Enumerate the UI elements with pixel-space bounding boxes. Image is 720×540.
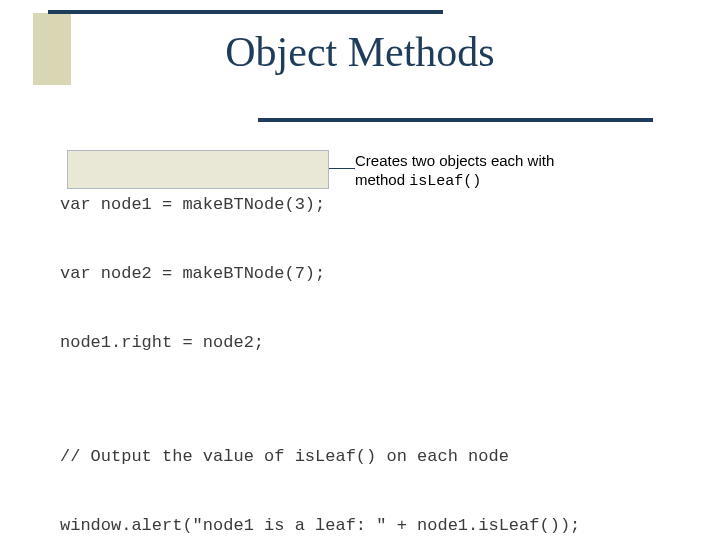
code-block: var node1 = makeBTNode(3); var node2 = m… [60, 148, 720, 540]
slide-title: Object Methods [0, 28, 720, 76]
code-line: node1.right = node2; [60, 332, 720, 355]
code-line: // Output the value of isLeaf() on each … [60, 446, 720, 469]
code-line: var node1 = makeBTNode(3); [60, 194, 720, 217]
top-rule [48, 10, 443, 14]
code-line: window.alert("node1 is a leaf: " + node1… [60, 515, 720, 538]
mid-rule [258, 118, 653, 122]
code-line: var node2 = makeBTNode(7); [60, 263, 720, 286]
